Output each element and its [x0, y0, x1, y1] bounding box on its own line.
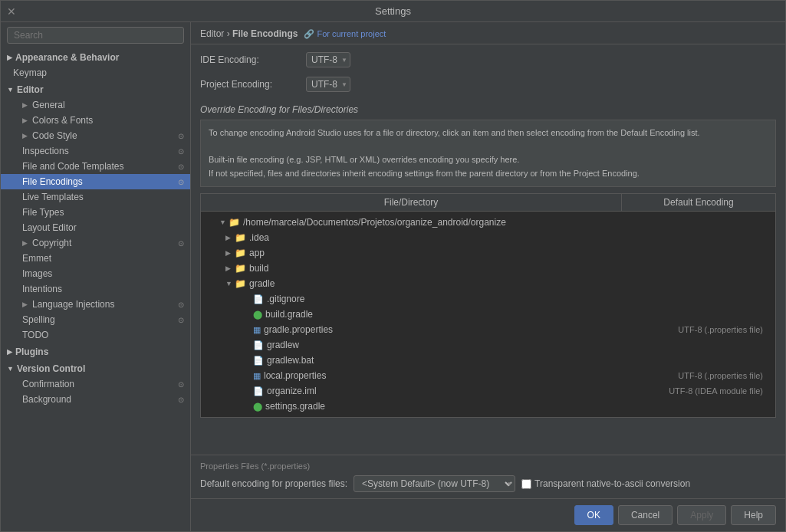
override-desc-line3: Built-in file encoding (e.g. JSP, HTML o… [209, 153, 768, 167]
sidebar-item-emmet[interactable]: Emmet [1, 251, 190, 266]
folder-icon: 📁 [235, 278, 246, 289]
sidebar-item-label: General [32, 100, 65, 110]
sidebar-item-plugins[interactable]: ▶ Plugins [1, 343, 190, 360]
encoding-value: UTF-8 (IDEA module file) [616, 386, 769, 396]
sidebar-item-live-templates[interactable]: Live Templates [1, 189, 190, 205]
tree-row[interactable]: ▼ 📁 gradle [201, 276, 775, 291]
sidebar-item-background[interactable]: Background ⊙ [1, 392, 190, 407]
sidebar-item-inspections[interactable]: Inspections ⊙ [1, 143, 190, 159]
project-encoding-select-wrapper: UTF-8 [306, 77, 350, 92]
col-encoding-header: Default Encoding [622, 194, 775, 211]
ide-encoding-label: IDE Encoding: [200, 54, 300, 65]
tree-row[interactable]: 📄 gradlew [201, 337, 775, 353]
file-table[interactable]: File/Directory Default Encoding ▼ 📁 /hom… [200, 193, 776, 418]
ok-button[interactable]: OK [574, 505, 613, 525]
badge-icon: ⊙ [178, 300, 184, 309]
sidebar-item-editor[interactable]: ▼ Editor [1, 80, 190, 97]
file-name: build [249, 263, 616, 274]
sidebar-item-file-code-templates[interactable]: File and Code Templates ⊙ [1, 159, 190, 174]
sidebar-item-label: Appearance & Behavior [15, 52, 119, 63]
cancel-button[interactable]: Cancel [618, 505, 673, 525]
sidebar-item-spelling[interactable]: Spelling ⊙ [1, 312, 190, 327]
breadcrumb: Editor › File Encodings [200, 28, 298, 39]
transparent-conversion-checkbox[interactable] [521, 479, 531, 489]
file-name: .idea [249, 232, 616, 243]
sidebar-item-file-encodings[interactable]: File Encodings ⊙ [1, 174, 190, 189]
search-input[interactable] [7, 27, 184, 44]
file-name: app [249, 248, 616, 258]
tree-row[interactable]: 📄 organize.iml UTF-8 (IDEA module file) [201, 383, 775, 399]
project-link[interactable]: 🔗 For current project [304, 29, 386, 39]
button-bar: OK Cancel Apply Help [191, 498, 785, 531]
tree-row[interactable]: ⬤ settings.gradle [201, 399, 775, 414]
sidebar-item-label: File Encodings [22, 176, 83, 187]
tree-row[interactable]: ▦ local.properties UTF-8 (.properties fi… [201, 368, 775, 383]
sidebar-item-appearance[interactable]: ▶ Appearance & Behavior [1, 48, 190, 65]
properties-icon: ▦ [253, 325, 261, 335]
tree-row[interactable]: ⬤ build.gradle [201, 307, 775, 322]
properties-files-label: Properties Files (*.properties) [200, 461, 776, 471]
close-button[interactable]: ✕ [7, 5, 16, 18]
chevron-right-icon: ▶ [22, 101, 28, 109]
sidebar-item-language-injections[interactable]: ▶ Language Injections ⊙ [1, 297, 190, 312]
iml-icon: 📄 [253, 386, 264, 396]
folder-icon: 📁 [235, 232, 246, 243]
override-section: Override Encoding for Files/Directories … [200, 104, 776, 418]
main-panel: Editor › File Encodings 🔗 For current pr… [191, 22, 785, 531]
folder-icon: 📁 [235, 248, 246, 258]
chevron-right-icon: ▶ [22, 132, 28, 140]
file-name: gradlew [267, 340, 616, 350]
sidebar-item-colors-fonts[interactable]: ▶ Colors & Fonts [1, 113, 190, 128]
encoding-value: UTF-8 (.properties file) [616, 325, 769, 334]
properties-icon: ▦ [253, 371, 261, 381]
tree-row[interactable]: ▶ 📁 build [201, 261, 775, 276]
ide-encoding-select[interactable]: UTF-8 [306, 52, 350, 67]
project-encoding-row: Project Encoding: UTF-8 [200, 77, 776, 92]
chevron-down-icon: ▼ [7, 86, 14, 94]
chevron-right-icon: ▶ [225, 264, 235, 272]
sidebar-item-confirmation[interactable]: Confirmation ⊙ [1, 376, 190, 392]
file-name: gradle.properties [264, 324, 616, 335]
panel-body: IDE Encoding: UTF-8 Project Encoding: UT… [191, 44, 785, 455]
tree-row[interactable]: ▦ gradle.properties UTF-8 (.properties f… [201, 322, 775, 337]
sidebar-item-images[interactable]: Images [1, 266, 190, 281]
sidebar-item-code-style[interactable]: ▶ Code Style ⊙ [1, 128, 190, 143]
sidebar-item-label: Emmet [22, 253, 51, 264]
tree-row[interactable]: ▶ 📁 .idea [201, 230, 775, 245]
tree-row[interactable]: 📄 gradlew.bat [201, 353, 775, 368]
sidebar-item-file-types[interactable]: File Types [1, 205, 190, 220]
sidebar-item-label: File and Code Templates [22, 161, 124, 172]
sidebar-item-general[interactable]: ▶ General [1, 97, 190, 113]
folder-icon: 📁 [229, 217, 240, 228]
file-name: organize.iml [267, 386, 616, 396]
sidebar-item-label: Colors & Fonts [32, 115, 93, 126]
badge-icon: ⊙ [178, 380, 184, 389]
chevron-right-icon: ▶ [7, 54, 12, 61]
sidebar-item-label: TODO [22, 330, 48, 340]
tree-row[interactable]: ▼ 📁 /home/marcela/Documentos/Projetos/or… [201, 215, 775, 230]
help-button[interactable]: Help [731, 505, 776, 525]
sidebar-item-copyright[interactable]: ▶ Copyright ⊙ [1, 235, 190, 251]
badge-icon: ⊙ [178, 147, 184, 156]
transparent-conversion-label[interactable]: Transparent native-to-ascii conversion [534, 478, 690, 489]
file-icon: 📄 [253, 356, 264, 366]
tree-row[interactable]: ▶ 📁 app [201, 245, 775, 261]
chevron-down-icon: ▼ [219, 218, 229, 226]
badge-icon: ⊙ [178, 178, 184, 186]
sidebar-item-intentions[interactable]: Intentions [1, 281, 190, 297]
project-encoding-select[interactable]: UTF-8 [306, 77, 350, 92]
sidebar-item-version-control[interactable]: ▼ Version Control [1, 360, 190, 376]
badge-icon: ⊙ [178, 132, 184, 140]
sidebar-item-label: Code Style [32, 130, 77, 141]
sidebar-item-keymap[interactable]: Keymap [1, 65, 190, 80]
default-encoding-select[interactable]: <System Default> (now UTF-8) [354, 475, 515, 492]
sidebar-item-layout-editor[interactable]: Layout Editor [1, 220, 190, 235]
title-bar: ✕ Settings [1, 1, 785, 22]
tree-row[interactable]: 📄 .gitignore [201, 291, 775, 307]
chevron-down-icon: ▼ [7, 365, 14, 373]
badge-icon: ⊙ [178, 316, 184, 324]
chevron-right-icon: ▶ [7, 348, 12, 356]
apply-button[interactable]: Apply [677, 505, 726, 525]
default-encoding-label: Default encoding for properties files: [200, 478, 347, 489]
sidebar-item-todo[interactable]: TODO [1, 327, 190, 343]
